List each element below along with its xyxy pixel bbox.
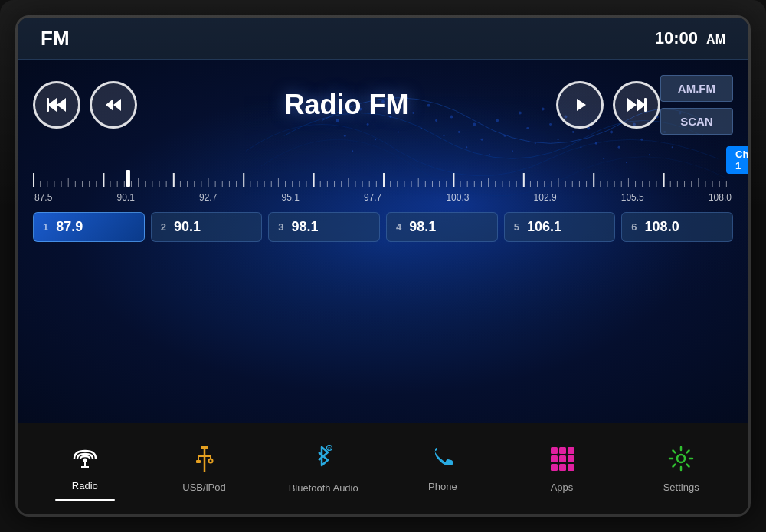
svg-rect-133 xyxy=(572,181,573,187)
nav-item-radio[interactable]: Radio xyxy=(25,439,145,499)
svg-rect-124 xyxy=(509,181,510,187)
svg-rect-173 xyxy=(568,447,574,454)
svg-rect-145 xyxy=(656,181,656,187)
skip-back-button[interactable] xyxy=(33,81,80,129)
svg-rect-63 xyxy=(82,181,83,187)
svg-rect-73 xyxy=(152,181,152,187)
svg-rect-67 xyxy=(110,181,111,187)
clock-display: 10:00 AM xyxy=(655,28,725,48)
svg-marker-48 xyxy=(57,98,66,112)
nav-item-phone[interactable]: Phone xyxy=(383,439,502,500)
preset-num: 1 xyxy=(43,221,48,233)
play-button[interactable] xyxy=(556,81,604,129)
preset-freq: 98.1 xyxy=(409,219,436,235)
svg-rect-122 xyxy=(495,181,496,187)
svg-rect-72 xyxy=(145,181,146,187)
preset-button-2[interactable]: 2 90.1 xyxy=(151,212,263,242)
svg-rect-127 xyxy=(530,181,531,187)
svg-rect-146 xyxy=(663,173,665,187)
svg-rect-176 xyxy=(568,455,574,462)
freq-label: 108.0 xyxy=(709,192,732,203)
svg-marker-52 xyxy=(577,99,586,111)
svg-rect-85 xyxy=(236,181,237,187)
svg-rect-62 xyxy=(75,181,76,187)
svg-rect-110 xyxy=(411,181,412,187)
svg-rect-81 xyxy=(208,178,209,187)
svg-rect-154 xyxy=(719,181,720,187)
svg-rect-68 xyxy=(117,181,118,187)
freq-label: 95.1 xyxy=(281,192,299,203)
settings-icon xyxy=(668,446,694,475)
rewind-button[interactable] xyxy=(90,81,137,129)
nav-item-bluetooth[interactable]: R Bluetooth Audio xyxy=(264,437,383,501)
svg-rect-102 xyxy=(355,181,355,187)
preset-num: 5 xyxy=(514,221,519,233)
svg-rect-119 xyxy=(474,181,475,187)
svg-rect-69 xyxy=(124,181,125,187)
svg-rect-128 xyxy=(537,181,538,187)
svg-rect-87 xyxy=(250,181,250,187)
tuner-track[interactable]: // This will be done via JS below xyxy=(33,168,733,189)
svg-rect-60 xyxy=(61,181,62,187)
svg-marker-50 xyxy=(106,99,113,111)
source-label: FM xyxy=(41,27,70,51)
channel-badge-row: Channel 1 xyxy=(33,146,733,166)
svg-rect-80 xyxy=(201,181,201,187)
preset-num: 2 xyxy=(161,221,166,233)
svg-rect-132 xyxy=(565,181,566,187)
svg-rect-103 xyxy=(362,181,363,187)
svg-rect-58 xyxy=(47,181,47,187)
svg-rect-71 xyxy=(138,178,139,187)
svg-rect-74 xyxy=(159,181,160,187)
svg-rect-157 xyxy=(126,170,130,187)
svg-rect-49 xyxy=(47,98,49,112)
freq-label: 102.9 xyxy=(534,192,557,203)
preset-button-6[interactable]: 6 108.0 xyxy=(621,212,733,242)
svg-rect-59 xyxy=(54,181,54,187)
svg-rect-75 xyxy=(166,181,167,187)
nav-item-usb[interactable]: USB/iPod xyxy=(145,438,264,501)
preset-button-1[interactable]: 1 87.9 xyxy=(33,212,145,242)
freq-label: 100.3 xyxy=(446,192,469,203)
scan-button[interactable]: SCAN xyxy=(660,108,733,135)
svg-rect-56 xyxy=(33,173,34,187)
am-fm-button[interactable]: AM.FM xyxy=(660,75,733,102)
svg-rect-137 xyxy=(600,181,601,187)
svg-rect-152 xyxy=(705,181,705,187)
header: FM 10:00 AM xyxy=(18,18,748,60)
svg-rect-147 xyxy=(670,181,671,187)
svg-rect-79 xyxy=(194,181,195,187)
svg-rect-149 xyxy=(684,181,685,187)
preset-button-4[interactable]: 4 98.1 xyxy=(386,212,498,242)
svg-rect-177 xyxy=(551,464,558,471)
nav-label-bluetooth: Bluetooth Audio xyxy=(289,482,358,494)
nav-label-phone: Phone xyxy=(428,481,457,492)
svg-rect-66 xyxy=(103,173,104,187)
preset-button-3[interactable]: 3 98.1 xyxy=(268,212,380,242)
svg-rect-92 xyxy=(285,181,286,187)
skip-forward-button[interactable] xyxy=(613,81,660,129)
nav-label-apps: Apps xyxy=(551,481,574,493)
svg-rect-88 xyxy=(257,181,257,187)
svg-rect-93 xyxy=(292,181,293,187)
freq-label: 97.7 xyxy=(364,192,381,203)
nav-item-settings[interactable]: Settings xyxy=(621,438,741,501)
nav-item-apps[interactable]: Apps xyxy=(502,438,622,501)
svg-rect-178 xyxy=(559,464,566,471)
svg-rect-142 xyxy=(635,181,636,187)
svg-rect-115 xyxy=(446,181,447,187)
freq-label: 92.7 xyxy=(199,192,217,203)
svg-rect-117 xyxy=(460,181,461,187)
svg-marker-51 xyxy=(113,99,121,111)
svg-rect-65 xyxy=(96,181,97,187)
svg-rect-118 xyxy=(467,181,468,187)
side-buttons: AM.FM SCAN xyxy=(660,75,733,135)
svg-rect-151 xyxy=(698,178,699,187)
svg-rect-76 xyxy=(173,173,175,187)
svg-rect-111 xyxy=(418,178,419,187)
svg-rect-131 xyxy=(558,178,559,187)
freq-label: 87.5 xyxy=(34,192,52,203)
freq-label: 105.5 xyxy=(621,192,644,203)
preset-button-5[interactable]: 5 106.1 xyxy=(504,212,616,242)
svg-rect-106 xyxy=(383,173,385,187)
